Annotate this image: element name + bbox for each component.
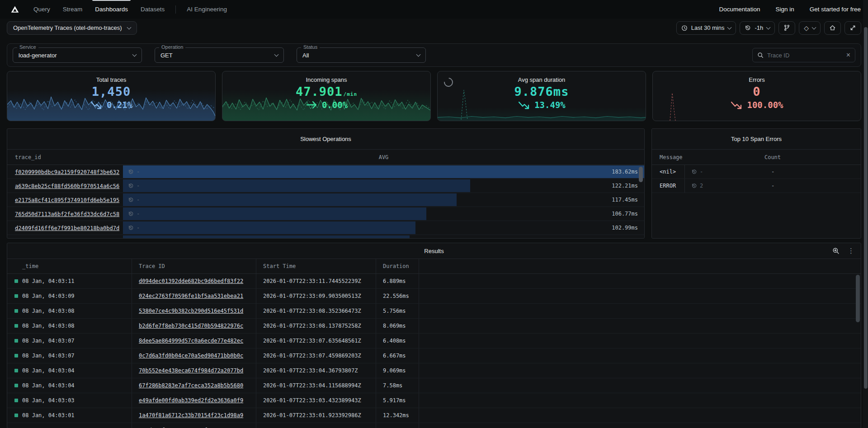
stat-card-incoming-spans[interactable]: Incoming spans 47.901/min 0.00% xyxy=(222,71,431,121)
nav-item-query[interactable]: Query xyxy=(27,0,57,19)
slowest-operations-row[interactable]: e2175a8cf41c895f374910fd6eb5e195-117.45m… xyxy=(7,193,644,207)
column-header-time[interactable]: _time xyxy=(7,259,132,273)
time-value: 08 Jan, 04:03:04 xyxy=(22,367,75,374)
column-header-count[interactable]: Count xyxy=(684,154,861,160)
avg-bar-cell xyxy=(123,235,644,239)
time-cell: 08 Jan, 04:03:03 xyxy=(7,393,132,408)
history-icon xyxy=(128,169,134,175)
column-header-avg[interactable]: AVG xyxy=(123,154,644,160)
trace-id-link[interactable]: 67f286b8283e7af7ceca352a8b5b5680 xyxy=(139,382,243,389)
span-error-row[interactable]: <nil>-- xyxy=(652,165,861,179)
time-cell: 08 Jan, 04:03:11 xyxy=(7,274,132,288)
time-range-button[interactable]: Last 30 mins xyxy=(676,21,736,35)
results-row[interactable]: 08 Jan, 04:03:085380e7ce4c9b382cb290d516… xyxy=(7,304,861,319)
slowest-operations-row[interactable]: a639c8eb25cf88fd560bf970514a6c56-122.21m… xyxy=(7,179,644,193)
results-row[interactable]: 08 Jan, 04:03:00c39d70ef531994c597e0f369… xyxy=(7,423,861,428)
compare-button[interactable]: -1h xyxy=(740,21,775,35)
status-marker-icon xyxy=(14,324,18,328)
start-time-cell: 2026-01-07T22:33:04.36793807Z xyxy=(256,363,376,378)
nav-item-stream[interactable]: Stream xyxy=(57,0,89,19)
trace-id-cell: f0209990bdbc9a2159f920748f3be632 xyxy=(7,168,123,176)
column-header-duration[interactable]: Duration xyxy=(376,259,419,273)
stat-card-avg-span-duration[interactable]: Avg span duration 9.876ms 13.49% xyxy=(437,71,646,121)
fork-button[interactable] xyxy=(778,21,795,35)
compare-value: - xyxy=(137,169,140,175)
slowest-operations-row[interactable]: 765d50d7113a6bf2fe36fd33dc6d7c58-106.77m… xyxy=(7,207,644,221)
compare-value: - xyxy=(137,183,140,189)
trace-id-search-input[interactable] xyxy=(767,52,843,59)
trace-id-link[interactable]: a639c8eb25cf88fd560bf970514a6c56 xyxy=(15,183,119,189)
row-spacer-cell xyxy=(419,274,861,288)
stat-card-total-traces[interactable]: Total traces 1,450 0.21% xyxy=(7,71,216,121)
history-icon xyxy=(128,197,134,203)
stat-card-errors[interactable]: Errors 0 100.00% xyxy=(652,71,861,121)
slowest-operations-header: trace_id AVG xyxy=(7,150,644,165)
trace-id-cell: 5380e7ce4c9b382cb290d516e45f531d xyxy=(132,304,256,318)
span-error-row[interactable]: ERROR2- xyxy=(652,179,861,193)
trace-id-cell: 8dee5ae864999d57c0a6ecde77e482ec xyxy=(132,334,256,348)
trace-id-link[interactable]: e49afde00fd0ab339ed2fd2e3636a0f9 xyxy=(139,397,243,404)
slowest-operations-row[interactable]: d2409fd16ff6e7f991be80218ba0bd7d-102.99m… xyxy=(7,221,644,235)
annotations-button[interactable]: ◇ xyxy=(799,21,821,35)
results-row[interactable]: 08 Jan, 04:03:0467f286b8283e7af7ceca352a… xyxy=(7,378,861,393)
sign-in-link[interactable]: Sign in xyxy=(775,6,794,13)
trace-id-link[interactable]: 70b552e4e438eca674f984d72a2077bd xyxy=(139,367,243,374)
nav-item-dashboards[interactable]: Dashboards xyxy=(89,0,134,19)
trend-flat-icon xyxy=(305,99,318,110)
status-select[interactable]: Status All xyxy=(297,47,426,63)
status-marker-icon xyxy=(14,339,18,343)
results-row[interactable]: 08 Jan, 04:03:070c7d6a3fd0b04ce70a5ed904… xyxy=(7,348,861,363)
results-row[interactable]: 08 Jan, 04:03:09024ec2763f70596fe1bf5aa5… xyxy=(7,289,861,304)
kebab-menu-icon[interactable]: ⋮ xyxy=(848,247,854,255)
avg-bar xyxy=(123,165,644,178)
trace-id-link[interactable]: 5380e7ce4c9b382cb290d516e45f531d xyxy=(139,308,243,314)
trace-id-link[interactable]: f0209990bdbc9a2159f920748f3be632 xyxy=(15,169,119,175)
stat-title: Avg span duration xyxy=(438,76,646,83)
operation-select[interactable]: Operation GET xyxy=(155,47,284,63)
service-select[interactable]: Service load-generator xyxy=(13,47,142,63)
trace-id-cell: 70b552e4e438eca674f984d72a2077bd xyxy=(132,363,256,378)
results-row[interactable]: 08 Jan, 04:03:08b2d6fe7f8eb730c415d70b59… xyxy=(7,319,861,334)
trace-id-link[interactable]: 0c7d6a3fd0b04ce70a5ed90471bb0b0c xyxy=(139,353,243,359)
results-row[interactable]: 08 Jan, 04:03:078dee5ae864999d57c0a6ecde… xyxy=(7,334,861,348)
dashboard-toolbar: OpenTelemetry Traces (otel-demo-traces) … xyxy=(0,19,868,37)
documentation-link[interactable]: Documentation xyxy=(719,6,760,13)
slowest-scrollbar-thumb[interactable] xyxy=(639,167,643,182)
duration-cell: 7.58ms xyxy=(376,378,419,393)
trace-id-link[interactable]: 024ec2763f70596fe1bf5aa531ebea21 xyxy=(139,293,243,299)
results-row[interactable]: 08 Jan, 04:03:0470b552e4e438eca674f984d7… xyxy=(7,363,861,378)
results-row[interactable]: 08 Jan, 04:03:03e49afde00fd0ab339ed2fd2e… xyxy=(7,393,861,408)
column-header-trace-id[interactable]: Trace ID xyxy=(132,259,256,273)
trace-id-link[interactable]: 765d50d7113a6bf2fe36fd33dc6d7c58 xyxy=(15,211,119,217)
results-panel: Results ⋮ _time Trace ID Start Time Dura… xyxy=(7,243,861,428)
home-button[interactable] xyxy=(824,21,841,35)
search-zoom-icon[interactable] xyxy=(832,247,840,254)
column-header-trace-id[interactable]: trace_id xyxy=(7,154,123,160)
slowest-operations-row[interactable]: f0209990bdbc9a2159f920748f3be632-183.62m… xyxy=(7,165,644,179)
nav-item-datasets[interactable]: Datasets xyxy=(134,0,171,19)
results-row[interactable]: 08 Jan, 04:03:011a470f81a6712c33b70154f2… xyxy=(7,408,861,423)
trace-id-link[interactable]: e2175a8cf41c895f374910fd6eb5e195 xyxy=(15,197,119,203)
trace-id-link[interactable]: d2409fd16ff6e7f991be80218ba0bd7d xyxy=(15,225,119,231)
time-cell: 08 Jan, 04:03:07 xyxy=(7,348,132,363)
clear-icon[interactable]: × xyxy=(846,52,850,59)
results-row[interactable]: 08 Jan, 04:03:11d094dec01392dde682bc9d6b… xyxy=(7,274,861,289)
get-started-link[interactable]: Get started for free xyxy=(810,6,861,13)
trace-id-link[interactable]: d094dec01392dde682bc9d6bedf83f22 xyxy=(139,278,243,284)
row-spacer-cell xyxy=(419,289,861,303)
results-scrollbar-thumb[interactable] xyxy=(856,275,860,322)
page-scrollbar[interactable] xyxy=(863,0,868,428)
axiom-logo[interactable] xyxy=(7,5,23,14)
trace-id-link[interactable]: 8dee5ae864999d57c0a6ecde77e482ec xyxy=(139,338,243,344)
column-header-start-time[interactable]: Start Time xyxy=(256,259,376,273)
dashboard-selector[interactable]: OpenTelemetry Traces (otel-demo-traces) xyxy=(7,21,137,35)
nav-item-ai-engineering[interactable]: AI Engineering xyxy=(180,0,233,19)
time-value: 08 Jan, 04:03:01 xyxy=(22,412,75,419)
trace-id-link[interactable]: 1a470f81a6712c33b70154f23c1d98a9 xyxy=(139,412,243,419)
resize-button[interactable] xyxy=(844,21,861,35)
page-scrollbar-thumb[interactable] xyxy=(864,27,868,389)
trace-id-link[interactable]: b2d6fe7f8eb730c415d70b594822976c xyxy=(139,323,243,329)
status-select-label: Status xyxy=(301,44,320,50)
slowest-operations-row[interactable] xyxy=(7,235,644,239)
column-header-message[interactable]: Message xyxy=(652,154,684,160)
